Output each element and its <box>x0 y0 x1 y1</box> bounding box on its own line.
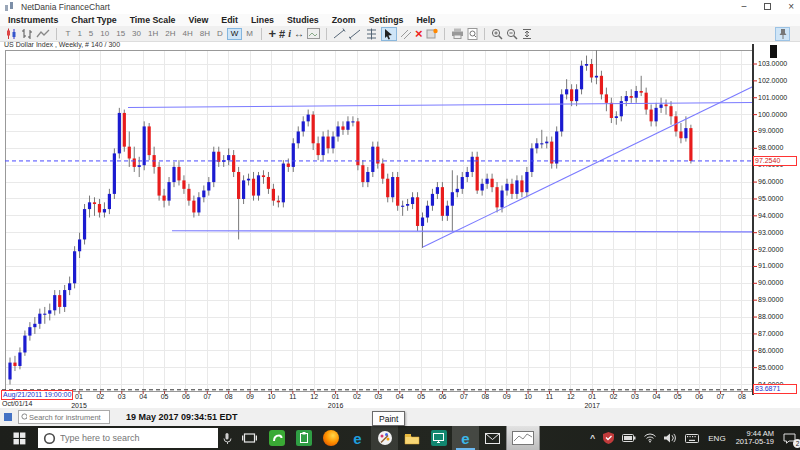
instrument-search-input[interactable] <box>29 413 107 422</box>
ohlc-bar-chart-icon[interactable] <box>21 27 33 41</box>
fibonacci-tool-icon[interactable] <box>365 27 378 41</box>
fit-vertical-icon[interactable] <box>521 27 533 41</box>
menu-item-lines[interactable]: Lines <box>251 15 274 25</box>
volume-icon[interactable] <box>660 426 681 450</box>
grid-icon[interactable]: # <box>279 27 285 41</box>
alert-icon[interactable] <box>426 27 438 41</box>
price-axis-label: 96.0000 <box>758 178 783 186</box>
taskbar-search-input[interactable] <box>60 433 200 443</box>
timeframe-button-m[interactable]: M <box>244 28 256 40</box>
taskbar-app-paint[interactable] <box>371 426 398 450</box>
menu-bar: InstrumentsChart TypeTime ScaleViewEditL… <box>0 14 800 26</box>
price-axis-label: 88.0000 <box>758 313 783 321</box>
info-icon[interactable]: i <box>288 27 291 41</box>
taskbar-app-edge[interactable]: e <box>344 426 371 450</box>
taskbar-app-remote[interactable] <box>425 426 452 450</box>
language-indicator[interactable]: ENG <box>703 434 730 443</box>
cortana-icon <box>43 432 56 445</box>
parallel-lines-icon[interactable] <box>400 27 412 41</box>
time-axis-month-label: 08 <box>732 393 752 401</box>
windows-logo-icon <box>13 432 26 445</box>
menu-item-time-scale[interactable]: Time Scale <box>130 15 176 25</box>
menu-item-settings[interactable]: Settings <box>369 15 404 25</box>
taskbar-app-financechart-active[interactable] <box>506 426 540 450</box>
app-icon <box>4 1 16 13</box>
timeframe-button-d[interactable]: D <box>214 28 225 40</box>
microphone-icon[interactable] <box>218 426 236 450</box>
taskbar-app-notes[interactable] <box>290 426 317 450</box>
time-axis-month-label: 12 <box>561 393 581 401</box>
antivirus-shield-icon[interactable] <box>599 426 618 450</box>
price-axis-label: 84.0000 <box>758 381 783 389</box>
timeframe-button-1[interactable]: 1 <box>75 28 84 40</box>
candlestick-chart[interactable] <box>0 0 800 450</box>
timeframe-button-15[interactable]: 15 <box>114 28 128 40</box>
timeframe-button-5[interactable]: 5 <box>86 28 95 40</box>
snapshot-icon[interactable] <box>307 27 320 41</box>
mail-icon <box>485 433 500 444</box>
file-explorer-icon <box>404 432 420 445</box>
pin-icon <box>778 28 788 40</box>
axis-scroll-thumb[interactable] <box>770 45 777 58</box>
pointer-tool-icon[interactable] <box>381 27 397 41</box>
menu-item-edit[interactable]: Edit <box>221 15 238 25</box>
menu-item-view[interactable]: View <box>188 15 208 25</box>
price-axis-label: 97.0000 <box>758 161 783 169</box>
trend-lines <box>2 87 753 390</box>
taskbar-app-sogou[interactable] <box>263 426 290 450</box>
close-button[interactable]: × <box>788 1 794 13</box>
battery-icon[interactable] <box>618 426 640 450</box>
instrument-search-box[interactable] <box>18 410 110 424</box>
notification-badge: 2 <box>793 439 800 448</box>
menu-item-instruments[interactable]: Instruments <box>8 15 58 25</box>
price-axis-label: 89.0000 <box>758 296 783 304</box>
paint-icon <box>377 430 393 446</box>
maximize-button[interactable] <box>764 1 771 13</box>
trendline-tool-icon[interactable] <box>333 27 346 41</box>
chart-window-thumbnail <box>512 431 534 445</box>
taskbar-app-internet-explorer[interactable]: e <box>452 426 479 450</box>
menu-item-chart-type[interactable]: Chart Type <box>71 15 116 25</box>
timeframe-button-10[interactable]: 10 <box>98 28 112 40</box>
zoom-in-icon[interactable] <box>491 27 503 41</box>
wifi-icon[interactable] <box>640 426 660 450</box>
internet-explorer-icon: e <box>461 431 469 446</box>
taskbar-clock[interactable]: 9:44 AM 2017-05-19 <box>731 430 779 447</box>
action-center-button[interactable]: 2 <box>779 426 800 450</box>
touch-keyboard-icon[interactable] <box>681 426 703 450</box>
pin-panel-button[interactable] <box>775 27 790 41</box>
print-icon[interactable] <box>451 27 464 41</box>
menu-item-help[interactable]: Help <box>416 15 435 25</box>
taskbar-app-firefox[interactable] <box>317 426 344 450</box>
task-view-button[interactable] <box>236 426 263 450</box>
time-axis-month-label: 11 <box>283 393 303 401</box>
base-price-label: 83.6871 <box>753 384 797 394</box>
tray-expand-chevron[interactable]: ^ <box>586 426 599 450</box>
timeframe-button-t[interactable]: T <box>63 28 73 40</box>
start-button[interactable] <box>0 426 38 450</box>
toolbar-separator <box>484 28 485 40</box>
line-chart-icon[interactable] <box>36 27 50 41</box>
minimize-button[interactable]: − <box>741 1 747 13</box>
crosshair-icon[interactable]: + <box>268 27 276 41</box>
taskbar-tooltip: Paint <box>372 411 405 426</box>
ray-tool-icon[interactable] <box>349 27 362 41</box>
time-axis-month-label: 02 <box>347 393 367 401</box>
taskbar-app-explorer[interactable] <box>398 426 425 450</box>
scroll-arrows-icon[interactable]: ↔ <box>294 27 304 41</box>
candlestick-chart-icon[interactable] <box>5 27 18 41</box>
menu-item-studies[interactable]: Studies <box>287 15 319 25</box>
timeframe-button-2h[interactable]: 2H <box>163 28 178 40</box>
timeframe-button-w[interactable]: W <box>227 28 242 40</box>
timeframe-button-8h[interactable]: 8H <box>197 28 212 40</box>
time-axis-month-label: 03 <box>625 393 645 401</box>
timeframe-button-1h[interactable]: 1H <box>146 28 161 40</box>
zoom-out-icon[interactable] <box>506 27 518 41</box>
timeframe-button-30[interactable]: 30 <box>130 28 144 40</box>
taskbar-search-box[interactable] <box>38 428 218 448</box>
delete-icon[interactable]: × <box>415 27 423 41</box>
timeframe-button-4h[interactable]: 4H <box>180 28 195 40</box>
menu-item-zoom[interactable]: Zoom <box>332 15 356 25</box>
taskbar-app-mail[interactable] <box>479 426 506 450</box>
print-preview-icon[interactable] <box>467 27 478 41</box>
